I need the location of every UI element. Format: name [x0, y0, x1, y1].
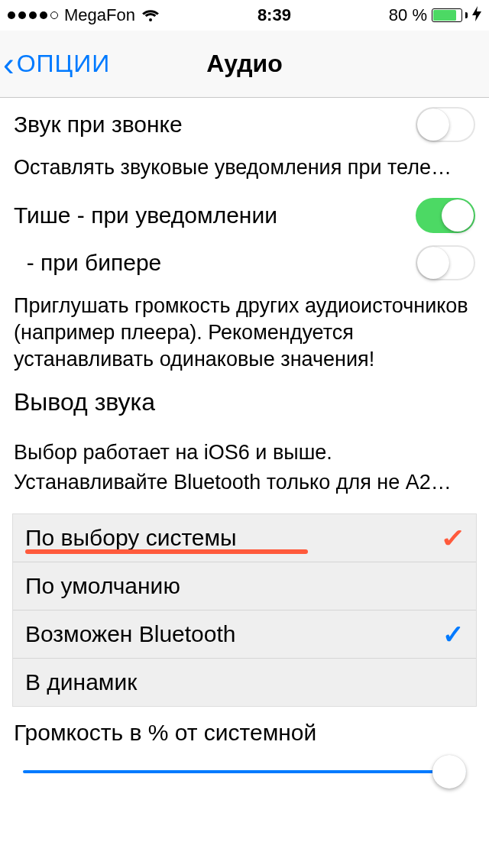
output-option-label: По умолчанию — [25, 573, 180, 599]
output-option-default[interactable]: По умолчанию — [13, 562, 476, 611]
output-option-speaker[interactable]: В динамик — [13, 659, 476, 706]
volume-section-title: Громкость в % от системной — [0, 714, 489, 755]
quieter-beep-switch[interactable] — [416, 245, 475, 280]
battery-percent: 80 % — [389, 5, 427, 25]
annotation-underline — [25, 549, 308, 554]
checkmark-icon: ✓ — [440, 525, 466, 551]
ring-sound-description: Оставлять звуковые уведомления при теле… — [0, 151, 489, 189]
charging-icon — [472, 6, 481, 25]
wifi-icon — [141, 8, 160, 22]
output-description-2: Устанавливайте Bluetooth только для не A… — [0, 466, 489, 504]
output-option-bluetooth[interactable]: Возможен Bluetooth ✓ — [13, 611, 476, 659]
checkmark-icon: ✓ — [442, 621, 464, 647]
ring-sound-label: Звук при звонке — [14, 112, 416, 138]
quieter-beep-label: - при бипере — [14, 250, 416, 276]
ring-sound-switch[interactable] — [416, 107, 475, 142]
quieter-notify-switch[interactable] — [416, 198, 475, 233]
output-option-label: По выбору системы — [25, 525, 237, 551]
output-section-title: Вывод звука — [0, 381, 489, 421]
quieter-description: Приглушать громкость других аудиоисточни… — [0, 290, 489, 381]
back-button[interactable]: ‹ ОПЦИИ — [0, 47, 110, 81]
ring-sound-row: Звук при звонке — [0, 98, 489, 151]
status-bar: MegaFon 8:39 80 % — [0, 0, 489, 31]
quieter-notify-label: Тише - при уведомлении — [14, 202, 416, 228]
quieter-beep-row: - при бипере — [0, 242, 489, 290]
chevron-left-icon: ‹ — [3, 47, 15, 81]
output-option-system[interactable]: По выбору системы ✓ — [13, 514, 476, 562]
signal-strength-icon — [8, 11, 58, 19]
battery-icon — [432, 8, 468, 22]
quieter-notify-row: Тише - при уведомлении — [0, 189, 489, 242]
volume-slider[interactable] — [0, 755, 489, 773]
slider-thumb[interactable] — [432, 755, 466, 789]
output-option-label: Возможен Bluetooth — [25, 621, 236, 647]
output-description-1: Выбор работает на iOS6 и выше. — [0, 436, 489, 466]
back-label: ОПЦИИ — [17, 50, 111, 78]
carrier-label: MegaFon — [64, 5, 135, 25]
output-option-label: В динамик — [25, 669, 137, 695]
output-options-list: По выбору системы ✓ По умолчанию Возможе… — [12, 513, 477, 707]
navigation-bar: ‹ ОПЦИИ Аудио — [0, 31, 489, 98]
clock: 8:39 — [257, 5, 291, 25]
